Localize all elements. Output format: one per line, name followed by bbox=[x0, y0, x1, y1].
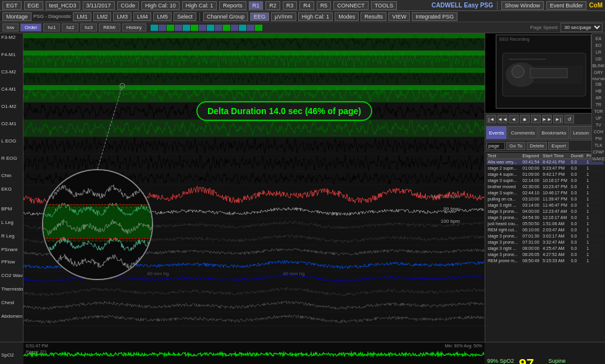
table-row[interactable]: just heard cou... 05:50:50 1:51:06 AM 0.… bbox=[486, 221, 604, 227]
sidebar-coh[interactable]: COH bbox=[592, 129, 605, 134]
goto-btn[interactable]: Go To bbox=[506, 142, 525, 150]
play-fast-fwd[interactable]: ►► bbox=[542, 115, 552, 123]
ege-btn[interactable]: EGE bbox=[24, 1, 43, 10]
comments-tab[interactable]: Comments bbox=[507, 126, 538, 139]
sidebar-gry[interactable]: GRY bbox=[592, 70, 605, 75]
table-row[interactable]: stage 4 supin... 01:09:00 9:42:17 PM 0.0… bbox=[486, 172, 604, 178]
sidebar-tor[interactable]: TOR bbox=[592, 109, 605, 114]
table-row[interactable]: pulling on ca... 03:10:00 11:39:47 PM 0.… bbox=[486, 196, 604, 202]
play-skip-fwd[interactable]: ►| bbox=[553, 115, 563, 123]
sidebar-eo[interactable]: EO bbox=[592, 43, 605, 48]
table-row[interactable]: stage 3 right ... 03:14:00 11:46:47 PM 0… bbox=[486, 202, 604, 209]
event-builder-btn[interactable]: Event Builder bbox=[546, 1, 587, 10]
page-input[interactable] bbox=[486, 142, 505, 150]
lm3-btn[interactable]: LM3 bbox=[113, 12, 131, 21]
sidebar-lr[interactable]: LR bbox=[592, 49, 605, 55]
modes-btn[interactable]: Modes bbox=[335, 12, 359, 21]
table-row[interactable]: REM prone m... 08:50:49 5:15:33 AM 0.0 1 bbox=[486, 258, 604, 264]
reports-btn[interactable]: Reports bbox=[219, 1, 246, 10]
sidebar-tr[interactable]: TR bbox=[592, 102, 605, 107]
ch-label-bpm: BPM bbox=[0, 206, 23, 220]
select-btn[interactable]: Select bbox=[173, 12, 196, 21]
table-row[interactable]: brother moved 02:30:00 10:23:47 PM 0.0 1 bbox=[486, 184, 604, 190]
tab-hz3[interactable]: hz3 bbox=[80, 23, 97, 31]
table-row[interactable]: stage 3 supin... 02:44:10 10:46:17 PM 0.… bbox=[486, 190, 604, 196]
cgde-btn[interactable]: CGde bbox=[117, 1, 140, 10]
lm4-btn[interactable]: LM4 bbox=[133, 12, 152, 21]
sidebar-tv[interactable]: TV bbox=[592, 122, 605, 128]
sidebar-pm[interactable]: PM bbox=[592, 136, 605, 141]
sidebar-up[interactable]: UP bbox=[592, 115, 605, 121]
tab-remr[interactable]: REMr bbox=[99, 23, 120, 31]
events-panel[interactable]: Test Elapsed Start Time Durati Priority … bbox=[485, 152, 605, 342]
cell-pri: 1 bbox=[585, 233, 604, 239]
table-row[interactable]: stage 3 supin... 02:14:00 10:16:17 PM 0.… bbox=[486, 178, 604, 184]
tab-order[interactable]: Order bbox=[20, 23, 41, 31]
play-skip-back[interactable]: |◄ bbox=[486, 115, 496, 123]
table-row[interactable]: stage 3 right ... 08:00:00 4:25:47 AM 0.… bbox=[486, 246, 604, 252]
r1-btn[interactable]: R1 bbox=[249, 1, 264, 10]
cell-dur: 0.0 bbox=[570, 184, 585, 190]
connect-btn[interactable]: CONNECT bbox=[333, 1, 369, 10]
integrated-psg-btn[interactable]: Integrated PSG bbox=[412, 12, 457, 21]
table-row[interactable]: stage 3 prone... 08:26:05 4:27:52 AM 0.0… bbox=[486, 252, 604, 258]
play-loop[interactable]: ↺ bbox=[564, 115, 574, 123]
table-row[interactable]: stage 3 prone... 07:31:00 3:32:47 AM 0.0… bbox=[486, 239, 604, 246]
sidebar-ar[interactable]: AR bbox=[592, 95, 605, 101]
lesson-tab[interactable]: Lesson bbox=[570, 126, 592, 139]
tab-low[interactable]: low bbox=[2, 23, 19, 31]
play-prev[interactable]: ◄ bbox=[509, 115, 519, 123]
uv-btn[interactable]: µV/mm bbox=[271, 12, 296, 21]
table-row[interactable]: stage 3 prone... 04:54:30 12:16:17 AM 0.… bbox=[486, 215, 604, 221]
lm5-btn[interactable]: LM5 bbox=[153, 12, 172, 21]
play-fwd[interactable]: ► bbox=[531, 115, 541, 123]
sep2 bbox=[199, 12, 200, 21]
lm1-btn[interactable]: LM1 bbox=[73, 12, 91, 21]
sidebar-blink[interactable]: BLINK bbox=[592, 63, 605, 68]
sidebar-ea[interactable]: EA bbox=[592, 36, 605, 41]
eeg-group-btn[interactable]: Channel Group bbox=[203, 12, 248, 21]
delete-btn[interactable]: Delete bbox=[527, 142, 547, 150]
sidebar-hb[interactable]: HB bbox=[592, 88, 605, 94]
high-cal-10[interactable]: High Cal: 10 bbox=[141, 1, 180, 10]
video-area: EEG Recording EA EO LR UD BLINK GRY SNOR… bbox=[485, 33, 605, 114]
sidebar-wake[interactable]: WAKE bbox=[592, 156, 605, 162]
r4-btn[interactable]: R4 bbox=[299, 1, 314, 10]
bookmarks-tab[interactable]: Bookmarks bbox=[538, 126, 569, 139]
table-row[interactable]: REM right cul... 06:10:00 2:03:47 AM 0.0… bbox=[486, 227, 604, 233]
events-tab[interactable]: Events bbox=[486, 126, 507, 139]
sidebar-tlk[interactable]: TLK bbox=[592, 143, 605, 148]
tab-history[interactable]: History bbox=[122, 23, 146, 31]
egt-btn[interactable]: EGT bbox=[2, 1, 22, 10]
high-cal-m1[interactable]: High Cal: 1 bbox=[298, 12, 333, 21]
cell-start: 3:32:47 AM bbox=[541, 239, 570, 246]
view-btn[interactable]: VIEW bbox=[388, 12, 410, 21]
tools-btn[interactable]: TOOLS bbox=[371, 1, 397, 10]
sidebar-cpap[interactable]: CPAP bbox=[592, 149, 605, 155]
sidebar-db[interactable]: DB bbox=[592, 81, 605, 87]
table-row[interactable]: stage 2 supin... 01:00:00 9:23:47 PM 0.0… bbox=[486, 165, 604, 172]
table-row[interactable]: stage 3 prone... 07:01:30 3:02:17 AM 0.0… bbox=[486, 233, 604, 239]
table-row[interactable]: stage 3 prone... 04:00:00 12:23:47 AM 0.… bbox=[486, 209, 604, 215]
cell-dur: 0.0 bbox=[570, 209, 585, 215]
bpm-99-label: 99 bpm bbox=[443, 206, 460, 212]
delta-bubble-text: Delta Duration 14.0 sec (46% of page) bbox=[207, 106, 361, 116]
play-back[interactable]: ◄◄ bbox=[498, 115, 507, 123]
montage-btn[interactable]: Montage bbox=[2, 12, 31, 21]
r3-btn[interactable]: R3 bbox=[283, 1, 298, 10]
eeg-area[interactable]: Delta Duration 14.0 sec (46% of page) 10… bbox=[23, 33, 485, 342]
eeg-btn[interactable]: EEG bbox=[250, 12, 269, 21]
page-speed-select[interactable]: 30 sec/page 15 sec/page 60 sec/page bbox=[561, 23, 603, 32]
export-btn[interactable]: Export bbox=[548, 142, 569, 150]
tab-hz1[interactable]: hz1 bbox=[43, 23, 60, 31]
high-cal-1[interactable]: High Cal: 1 bbox=[182, 1, 217, 10]
show-window-btn[interactable]: Show Window bbox=[501, 1, 544, 10]
lm2-btn[interactable]: LM2 bbox=[93, 12, 112, 21]
tab-hz2[interactable]: hz2 bbox=[62, 23, 78, 31]
results-btn[interactable]: Results bbox=[361, 12, 386, 21]
sidebar-ud[interactable]: UD bbox=[592, 56, 605, 62]
play-stop[interactable]: ■ bbox=[520, 115, 530, 123]
r5-btn[interactable]: R5 bbox=[317, 1, 332, 10]
table-row[interactable]: Alta was very... 00:41:54 8:42:41 PM 0.0… bbox=[486, 159, 604, 165]
r2-btn[interactable]: R2 bbox=[265, 1, 280, 10]
